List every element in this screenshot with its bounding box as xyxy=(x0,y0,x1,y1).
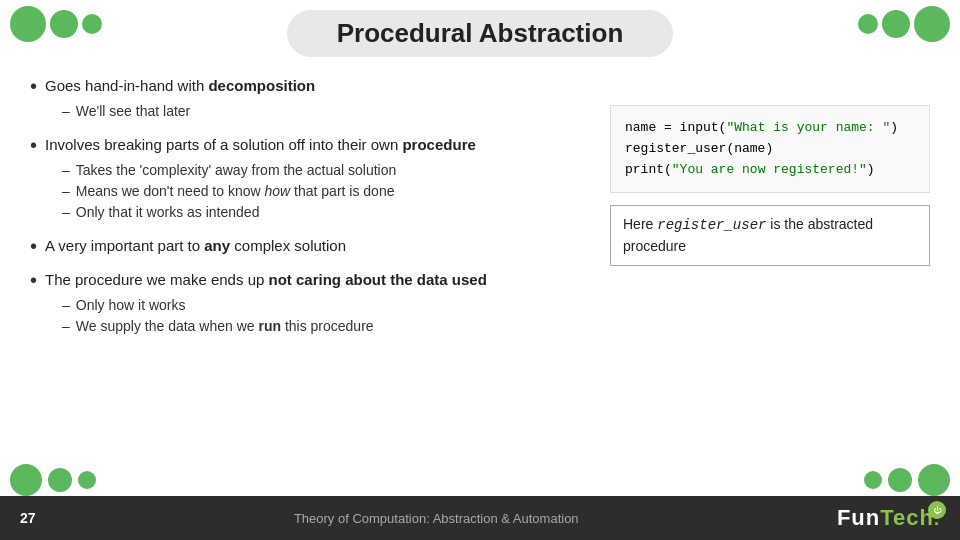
deco-circle-1 xyxy=(10,6,46,42)
fun-text: Fun xyxy=(837,505,880,530)
sub-bullet-4-1: – Only how it works xyxy=(62,295,590,316)
bullet-4-main: • The procedure we make ends up not cari… xyxy=(30,269,590,291)
sub-bullet-4-2-text: We supply the data when we run this proc… xyxy=(76,316,374,337)
deco-circle-3 xyxy=(82,14,102,34)
description-text: Here register_user is the abstracted pro… xyxy=(623,216,873,254)
corner-deco-left xyxy=(10,464,96,496)
bullet-dot-3: • xyxy=(30,235,37,257)
deco-circles-right xyxy=(858,6,950,42)
deco-circle-5 xyxy=(882,10,910,38)
footer-title: Theory of Computation: Abstraction & Aut… xyxy=(294,511,579,526)
sub-bullet-1-1-text: We'll see that later xyxy=(76,101,190,122)
bullet-section-4: • The procedure we make ends up not cari… xyxy=(30,269,590,337)
footer: 27 Theory of Computation: Abstraction & … xyxy=(0,496,960,540)
bullet-2-text: Involves breaking parts of a solution of… xyxy=(45,134,476,155)
corner-circle-2 xyxy=(48,468,72,492)
bullet-dot-1: • xyxy=(30,75,37,97)
tech-text: Tech xyxy=(880,505,934,530)
sub-bullet-2-3-text: Only that it works as intended xyxy=(76,202,260,223)
sub-bullet-4-1-text: Only how it works xyxy=(76,295,186,316)
code-line-1: name = input("What is your name: ") xyxy=(625,118,915,139)
sub-bullet-2-1: – Takes the 'complexity' away from the a… xyxy=(62,160,590,181)
funtech-logo: FunTech. ⏻ xyxy=(837,505,940,531)
bullet-2-main: • Involves breaking parts of a solution … xyxy=(30,134,590,156)
deco-circle-2 xyxy=(50,10,78,38)
sub-bullet-2-1-text: Takes the 'complexity' away from the act… xyxy=(76,160,397,181)
corner-circle-5 xyxy=(888,468,912,492)
funtech-power-icon: ⏻ xyxy=(928,501,946,519)
right-column: name = input("What is your name: ") regi… xyxy=(610,75,930,349)
bullet-section-2: • Involves breaking parts of a solution … xyxy=(30,134,590,223)
bullet-4-text: The procedure we make ends up not caring… xyxy=(45,269,487,290)
sub-bullet-1-1: – We'll see that later xyxy=(62,101,590,122)
code-line-3: print("You are now registered!") xyxy=(625,160,915,181)
bullet-1-subs: – We'll see that later xyxy=(62,101,590,122)
code-line-2: register_user(name) xyxy=(625,139,915,160)
corner-circle-6 xyxy=(918,464,950,496)
sub-bullet-2-2-text: Means we don't need to know how that par… xyxy=(76,181,395,202)
title-text: Procedural Abstraction xyxy=(337,18,624,48)
code-block: name = input("What is your name: ") regi… xyxy=(610,105,930,193)
deco-circle-6 xyxy=(914,6,950,42)
sub-bullet-2-2: – Means we don't need to know how that p… xyxy=(62,181,590,202)
slide-title: Procedural Abstraction xyxy=(287,10,674,57)
corner-circle-3 xyxy=(78,471,96,489)
bullet-dot-4: • xyxy=(30,269,37,291)
left-column: • Goes hand-in-hand with decomposition –… xyxy=(30,75,590,349)
bullet-section-1: • Goes hand-in-hand with decomposition –… xyxy=(30,75,590,122)
bullet-dot-2: • xyxy=(30,134,37,156)
corner-circle-1 xyxy=(10,464,42,496)
page-number: 27 xyxy=(20,510,36,526)
bullet-3-main: • A very important part to any complex s… xyxy=(30,235,590,257)
bullet-1-main: • Goes hand-in-hand with decomposition xyxy=(30,75,590,97)
corner-deco-right xyxy=(864,464,950,496)
corner-circle-4 xyxy=(864,471,882,489)
bullet-3-text: A very important part to any complex sol… xyxy=(45,235,346,256)
sub-bullet-2-3: – Only that it works as intended xyxy=(62,202,590,223)
description-box: Here register_user is the abstracted pro… xyxy=(610,205,930,266)
bullet-4-subs: – Only how it works – We supply the data… xyxy=(62,295,590,337)
sub-bullet-4-2: – We supply the data when we run this pr… xyxy=(62,316,590,337)
header: Procedural Abstraction xyxy=(0,0,960,65)
deco-circles-left xyxy=(10,6,102,42)
main-content: • Goes hand-in-hand with decomposition –… xyxy=(0,65,960,349)
deco-circle-4 xyxy=(858,14,878,34)
bullet-2-subs: – Takes the 'complexity' away from the a… xyxy=(62,160,590,223)
funtech-text: FunTech. xyxy=(837,505,940,531)
bullet-section-3: • A very important part to any complex s… xyxy=(30,235,590,257)
bullet-1-text: Goes hand-in-hand with decomposition xyxy=(45,75,315,96)
